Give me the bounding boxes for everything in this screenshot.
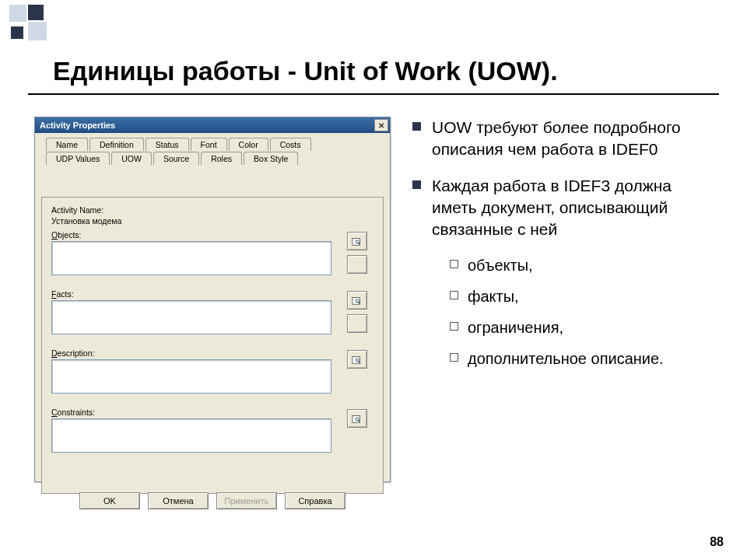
help-button[interactable]: Справка <box>285 492 345 509</box>
bullet-square-icon <box>412 180 421 189</box>
tab-uow[interactable]: UOW <box>111 152 152 165</box>
activity-name-label: Activity Name: <box>51 205 375 215</box>
bullet-hollow-icon <box>450 291 458 299</box>
description-browse-button[interactable] <box>347 350 367 369</box>
constraints-label: Constraints: <box>51 408 375 417</box>
bullet-square-icon <box>412 122 421 131</box>
cancel-button[interactable]: Отмена <box>148 492 209 509</box>
tab-panel-uow: Activity Name: Установка модема Objects:… <box>41 197 384 494</box>
magnifier-icon <box>352 236 363 247</box>
tab-costs[interactable]: Costs <box>270 138 311 151</box>
facts-aux-button[interactable] <box>347 314 367 333</box>
facts-browse-button[interactable] <box>347 291 367 310</box>
title-underline <box>28 93 719 95</box>
tab-roles[interactable]: Roles <box>201 152 242 165</box>
bullet-hollow-icon <box>450 260 458 268</box>
objects-label: Objects: <box>51 230 375 240</box>
facts-field-row: Facts: <box>51 289 375 336</box>
objects-input[interactable] <box>51 241 331 275</box>
tab-box-style[interactable]: Box Style <box>244 152 298 165</box>
bullet-text: факты, <box>468 286 519 306</box>
magnifier-icon <box>352 413 363 424</box>
tab-color[interactable]: Color <box>229 138 268 151</box>
tab-name[interactable]: Name <box>46 138 88 151</box>
slide-title: Единицы работы - Unit of Work (UOW). <box>53 56 558 86</box>
description-input[interactable] <box>51 359 331 394</box>
bullet-hollow-icon <box>450 322 458 331</box>
constraints-input[interactable] <box>51 418 331 453</box>
facts-input[interactable] <box>51 300 331 334</box>
dialog-button-row: OK Отмена Применить Справка <box>41 492 384 509</box>
bullet-hollow-icon <box>450 353 458 362</box>
tab-source[interactable]: Source <box>153 152 199 165</box>
dialog-titlebar: Activity Properties ✕ <box>35 117 390 133</box>
description-label: Description: <box>51 348 375 358</box>
tab-font[interactable]: Font <box>191 138 227 151</box>
tab-definition[interactable]: Definition <box>89 138 144 151</box>
bullet-text: дополнительное описание. <box>468 348 664 369</box>
close-icon: ✕ <box>378 121 384 130</box>
bullet-list: UOW требуют более подробного описания че… <box>412 117 720 380</box>
constraints-field-row: Constraints: <box>51 408 375 454</box>
close-button[interactable]: ✕ <box>374 119 388 131</box>
magnifier-icon <box>352 354 363 365</box>
tab-status[interactable]: Status <box>146 138 189 151</box>
objects-browse-button[interactable] <box>347 232 367 250</box>
objects-field-row: Objects: <box>51 230 375 277</box>
page-number: 88 <box>710 535 724 549</box>
constraints-browse-button[interactable] <box>347 409 367 428</box>
facts-label: Facts: <box>51 289 375 299</box>
tab-strip: Name Definition Status Font Color Costs … <box>41 138 384 169</box>
bullet-text: ограничения, <box>468 317 563 338</box>
activity-properties-dialog: Activity Properties ✕ Name Definition St… <box>34 117 391 482</box>
tab-udp-values[interactable]: UDP Values <box>46 152 110 165</box>
description-field-row: Description: <box>51 348 375 395</box>
activity-name-value: Установка модема <box>51 216 375 226</box>
magnifier-icon <box>352 295 363 306</box>
bullet-text: объекты, <box>468 255 533 275</box>
bullet-text: Каждая работа в IDEF3 должна иметь докум… <box>432 175 720 241</box>
dialog-title: Activity Properties <box>40 121 115 130</box>
objects-aux-button[interactable] <box>347 255 367 274</box>
bullet-text: UOW требуют более подробного описания че… <box>432 117 720 161</box>
ok-button[interactable]: OK <box>79 492 140 509</box>
apply-button[interactable]: Применить <box>216 492 277 509</box>
